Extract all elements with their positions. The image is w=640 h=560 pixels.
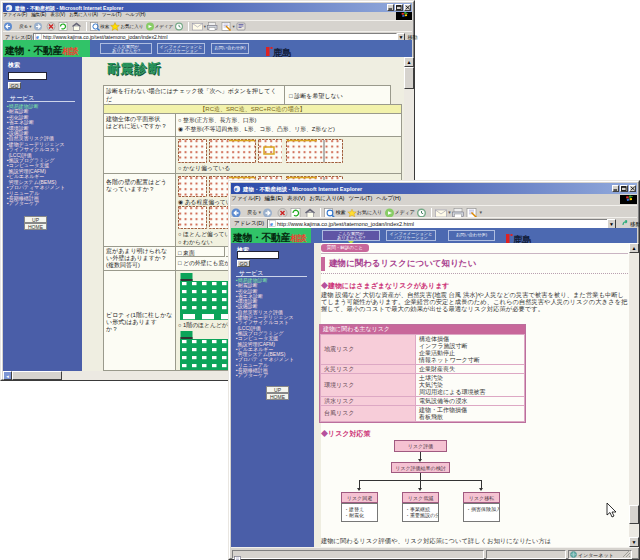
svg-text:e: e [270, 220, 273, 227]
svg-text:鹿島: 鹿島 [272, 47, 291, 58]
svg-text:e: e [36, 33, 39, 40]
svg-text:e: e [234, 185, 237, 192]
svg-text:鹿島: 鹿島 [512, 234, 531, 244]
svg-text:e: e [6, 4, 9, 11]
